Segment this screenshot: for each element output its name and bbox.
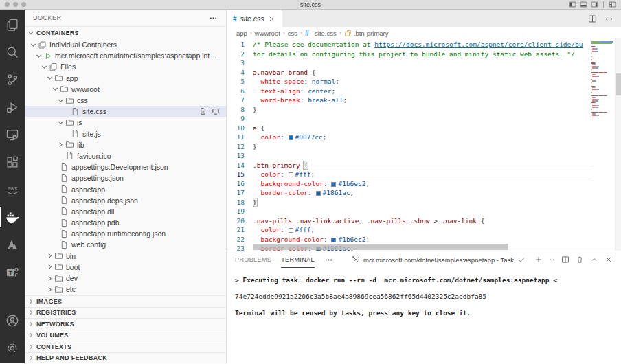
tree-item-appsettings-json[interactable]: appsettings.json — [25, 172, 226, 183]
chevron-right-icon[interactable] — [45, 262, 54, 271]
code-line-18[interactable]: 18} — [227, 198, 591, 207]
chevron-down-icon[interactable] — [45, 73, 54, 82]
tab-site-css[interactable]: # site.css — [227, 10, 282, 27]
tree-item-lib[interactable]: lib — [25, 139, 226, 150]
tab-terminal[interactable]: TERMINAL — [281, 251, 315, 268]
code-line-9[interactable]: 9 — [227, 114, 591, 124]
activity-azure[interactable] — [0, 231, 25, 258]
more-panel-tabs-icon[interactable] — [324, 255, 333, 264]
tree-item-aspnetapp-deps-json[interactable]: aspnetapp.deps.json — [25, 195, 226, 206]
tree-item-aspnetapp[interactable]: aspnetapp — [25, 183, 226, 194]
code-line-15[interactable]: 15 color: #fff; — [227, 170, 591, 179]
code-line-19[interactable]: 19 — [227, 207, 591, 216]
code-line-6[interactable]: 6 text-align: center; — [227, 87, 591, 96]
activity-run-debug[interactable] — [0, 93, 25, 121]
chevron-right-icon[interactable] — [45, 274, 54, 283]
color-swatch[interactable] — [331, 182, 336, 187]
horizontal-scrollbar[interactable] — [253, 244, 508, 250]
activity-settings[interactable] — [0, 334, 25, 362]
section-containers[interactable]: CONTAINERS — [25, 26, 226, 39]
activity-aws[interactable]: aws — [0, 176, 25, 203]
section-networks[interactable]: NETWORKS — [25, 318, 226, 330]
tree-item-etc[interactable]: etc — [25, 284, 226, 295]
section-registries[interactable]: REGISTRIES — [25, 307, 226, 319]
color-swatch[interactable] — [289, 228, 293, 233]
breadcrumb-css[interactable]: css — [288, 30, 297, 37]
scrollbar-thumb[interactable] — [616, 73, 621, 95]
tree-item-js[interactable]: js — [25, 117, 226, 128]
code-editor[interactable]: 1/* Please see documentation at https://… — [227, 38, 621, 251]
breadcrumb-app[interactable]: app — [236, 30, 247, 37]
tree-item-boot[interactable]: boot — [25, 262, 226, 273]
tree-item-appsettings-development-json[interactable]: appsettings.Development.json — [25, 161, 226, 172]
tree-item-individual-containers[interactable]: Individual Containers — [25, 39, 226, 50]
tree-item-bin[interactable]: bin — [25, 251, 226, 262]
code-line-17[interactable]: 17 border-color: #1861ac; — [227, 188, 591, 198]
code-line-5[interactable]: 5 white-space: normal; — [227, 77, 591, 87]
customize-layout-icon[interactable] — [609, 1, 616, 8]
tree-item-dev[interactable]: dev — [25, 273, 226, 284]
new-terminal-icon[interactable] — [534, 255, 543, 264]
chevron-right-icon[interactable] — [45, 285, 54, 294]
breadcrumb-btn-primary[interactable]: .btn-primary — [344, 30, 389, 37]
code-line-11[interactable]: 11 color: #0077cc; — [227, 133, 591, 142]
tree-item-web-config[interactable]: web.config — [25, 239, 226, 250]
tree-item-site-css[interactable]: site.css — [25, 106, 226, 117]
code-line-14[interactable]: 14.btn-primary { — [227, 161, 591, 170]
open-editor-icon[interactable] — [212, 107, 220, 115]
breadcrumb-wwwroot[interactable]: wwwroot — [255, 30, 280, 37]
tree-item-mcr-microsoft-com-dotnet-samples-aspnetapp-int[interactable]: mcr.microsoft.com/dotnet/samples:aspneta… — [25, 50, 226, 61]
close-panel-icon[interactable] — [605, 255, 613, 264]
download-icon[interactable] — [199, 107, 207, 115]
chevron-down-icon[interactable] — [56, 96, 65, 105]
container-files-tree[interactable]: Individual Containersmcr.microsoft.com/d… — [25, 39, 226, 295]
tree-item-app[interactable]: app — [25, 73, 226, 84]
code-line-8[interactable]: 8} — [227, 105, 591, 115]
chevron-down-icon[interactable] — [51, 84, 60, 93]
tree-item-wwwroot[interactable]: wwwroot — [25, 84, 226, 95]
close-window-button[interactable] — [5, 2, 10, 7]
more-actions-icon[interactable] — [209, 14, 218, 23]
color-swatch[interactable] — [289, 172, 293, 177]
tree-item-favicon-ico[interactable]: favicon.ico — [25, 150, 226, 161]
chevron-down-icon[interactable] — [40, 62, 49, 71]
color-swatch[interactable] — [316, 191, 321, 196]
tree-item-aspnetapp-runtimeconfig-json[interactable]: aspnetapp.runtimeconfig.json — [25, 228, 226, 239]
tree-item-css[interactable]: css — [25, 95, 226, 106]
tree-item-aspnetapp-dll[interactable]: aspnetapp.dll — [25, 206, 226, 217]
code-line-16[interactable]: 16 background-color: #1b6ec2; — [227, 179, 591, 189]
code-line-2[interactable]: 2for details on configuring this project… — [227, 49, 591, 59]
kill-terminal-icon[interactable] — [576, 255, 584, 264]
code-line-20[interactable]: 20.nav-pills .nav-link.active, .nav-pill… — [227, 216, 591, 226]
terminal-dropdown-icon[interactable] — [549, 257, 555, 263]
toggle-sidebar-left-icon[interactable] — [569, 1, 576, 8]
code-line-22[interactable]: 22 background-color: #1b6ec2; — [227, 235, 591, 244]
code-line-1[interactable]: 1/* Please see documentation at https://… — [227, 40, 591, 49]
tab-problems[interactable]: PROBLEMS — [235, 251, 271, 268]
tree-item-site-js[interactable]: site.js — [25, 128, 226, 139]
section-volumes[interactable]: VOLUMES — [25, 330, 226, 341]
maximize-panel-icon[interactable] — [590, 255, 598, 264]
toggle-panel-icon[interactable] — [580, 1, 587, 8]
section-images[interactable]: IMAGES — [25, 295, 226, 307]
chevron-right-icon[interactable] — [45, 251, 54, 260]
split-terminal-icon[interactable] — [561, 255, 569, 264]
toggle-sidebar-right-icon[interactable] — [591, 1, 598, 8]
code-line-12[interactable]: 12} — [227, 142, 591, 152]
close-tab-icon[interactable] — [268, 15, 275, 23]
terminal-task-selector[interactable]: mcr.microsoft.com/dotnet/samples:aspneta… — [352, 255, 526, 264]
code-line-7[interactable]: 7 word-break: break-all; — [227, 95, 591, 105]
split-editor-icon[interactable] — [588, 14, 597, 23]
vertical-scrollbar[interactable] — [615, 38, 621, 251]
chevron-right-icon[interactable] — [56, 140, 65, 149]
zoom-window-button[interactable] — [21, 2, 26, 7]
window-controls[interactable] — [0, 2, 26, 7]
code-line-4[interactable]: 4a.navbar-brand { — [227, 68, 591, 78]
chevron-down-icon[interactable] — [29, 41, 38, 49]
tree-item-aspnetapp-pdb[interactable]: aspnetapp.pdb — [25, 217, 226, 228]
activity-teams[interactable]: T — [0, 258, 25, 286]
activity-docker[interactable] — [0, 203, 25, 231]
code-line-10[interactable]: 10a { — [227, 124, 591, 133]
terminal-output[interactable]: > Executing task: docker run --rm -d mcr… — [227, 268, 621, 363]
color-swatch[interactable] — [331, 238, 336, 242]
